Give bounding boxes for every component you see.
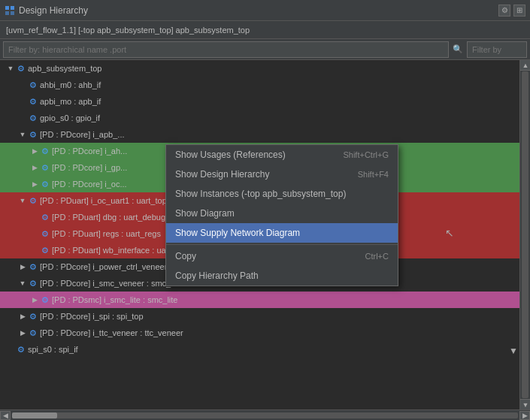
tree-item-label: apb_subsystem_top	[28, 64, 101, 73]
expand-arrow: ▶	[30, 147, 39, 156]
expand-arrow: ▶	[18, 328, 27, 337]
context-item-shortcut: Shift+Ctrl+G	[343, 150, 389, 159]
context-item-label: Show Instances (-top apb_subsystem_top)	[175, 189, 346, 199]
tree-item-label: ahbi_m0 : ahb_if	[40, 80, 101, 89]
module-icon: ⚙	[29, 130, 38, 139]
tree-item-label: [PD : PDcore] i_apb_...	[40, 130, 125, 139]
context-item-label: Show Diagram	[175, 208, 235, 219]
expand-arrow: ▶	[18, 312, 27, 321]
module-icon: ⚙	[41, 147, 50, 156]
expand-arrow: ▶	[30, 295, 39, 304]
tree-item-label: [PD : PDsmc] i_smc_lite : smc_lite	[52, 295, 177, 304]
tree-item-label: gpio_s0 : gpio_if	[40, 113, 100, 122]
svg-rect-2	[5, 11, 9, 15]
filter-bar: 🔍	[0, 39, 530, 60]
menu-separator	[166, 244, 398, 245]
title-bar: Design Hierarchy ⚙ ⊞	[0, 0, 530, 21]
filter-icon: 🔍	[452, 44, 464, 56]
module-icon: ⚙	[17, 64, 26, 73]
context-menu-item-show-design-hierarchy[interactable]: Show Design Hierarchy Shift+F4	[166, 165, 398, 184]
expand-arrow	[18, 113, 27, 122]
module-icon: ⚙	[29, 312, 38, 321]
tree-item-label: [PD : PDcore] i_ah...	[52, 147, 127, 156]
title-controls: ⚙ ⊞	[498, 5, 525, 17]
breadcrumb: [uvm_ref_flow_1.1] [-top apb_subsystem_t…	[0, 21, 530, 39]
tree-item-label: spi_s0 : spi_if	[28, 345, 78, 354]
expand-arrow	[6, 345, 15, 354]
scroll-thumb	[522, 71, 528, 398]
expand-arrow	[30, 229, 39, 238]
context-menu-item-copy-hierarchy-path[interactable]: Copy Hierarchy Path	[166, 266, 398, 286]
module-icon: ⚙	[29, 80, 38, 89]
context-item-shortcut: Ctrl+C	[365, 252, 389, 261]
module-icon: ⚙	[29, 113, 38, 122]
context-menu-item-copy[interactable]: Copy Ctrl+C	[166, 246, 398, 266]
expand-arrow	[30, 213, 39, 222]
context-menu-item-show-supply-network[interactable]: Show Supply Network Diagram	[166, 223, 398, 243]
tree-item[interactable]: ⚙ spi_s0 : spi_if	[0, 341, 530, 358]
tree-item-label: [PD : PDuart] i_oc_uart1 : uart_top	[40, 196, 167, 205]
tree-item[interactable]: ▼ ⚙ apb_subsystem_top	[0, 60, 530, 77]
module-icon: ⚙	[41, 229, 50, 238]
panel-icon	[5, 5, 15, 16]
title-text: Design Hierarchy	[19, 5, 498, 16]
tree-item[interactable]: ⚙ ahbi_m0 : ahb_if	[0, 77, 530, 93]
level-scroll-indicator1: ▼	[509, 346, 518, 356]
expand-arrow	[30, 246, 39, 255]
context-item-label: Copy	[175, 251, 196, 261]
tree-item-label: [PD : PDuart] regs : uart_regs	[52, 229, 161, 238]
tree-area: ▼ ⚙ apb_subsystem_top ⚙ ahbi_m0 : ahb_if…	[0, 60, 530, 409]
scroll-down-btn[interactable]: ▼	[520, 399, 530, 409]
module-icon: ⚙	[41, 180, 50, 189]
tree-item-label: [PD : PDuart] dbg : uart_debug_if	[52, 213, 174, 222]
context-menu-item-show-usages[interactable]: Show Usages (References) Shift+Ctrl+G	[166, 145, 398, 165]
expand-arrow: ▼	[18, 196, 27, 205]
module-icon: ⚙	[29, 279, 38, 288]
expand-arrow: ▶	[30, 163, 39, 172]
tree-item[interactable]: ▶ ⚙ [PD : PDcore] i_spi : spi_top	[0, 308, 530, 325]
tree-item[interactable]: ⚙ apbi_mo : apb_if	[0, 93, 530, 110]
context-item-shortcut: Shift+F4	[358, 170, 389, 179]
filter-input[interactable]	[3, 41, 449, 58]
svg-rect-3	[11, 11, 14, 15]
svg-rect-0	[5, 6, 9, 10]
context-item-label: Show Design Hierarchy	[175, 169, 269, 180]
settings-button[interactable]: ⚙	[498, 5, 510, 17]
module-icon: ⚙	[41, 213, 50, 222]
module-icon: ⚙	[29, 328, 38, 337]
tree-item[interactable]: ⚙ gpio_s0 : gpio_if	[0, 110, 530, 126]
expand-arrow: ▶	[30, 180, 39, 189]
module-icon: ⚙	[29, 97, 38, 106]
tree-item[interactable]: ▼ ⚙ [PD : PDcore] i_apb_...	[0, 126, 530, 143]
context-item-label: Copy Hierarchy Path	[175, 270, 259, 281]
tree-item[interactable]: ▶ ⚙ [PD : PDsmc] i_smc_lite : smc_lite	[0, 292, 530, 308]
breadcrumb-text: [uvm_ref_flow_1.1] [-top apb_subsystem_t…	[6, 26, 250, 35]
expand-arrow	[18, 80, 27, 89]
h-scroll-track	[12, 412, 518, 418]
layout-button[interactable]: ⊞	[513, 5, 525, 17]
scroll-left-btn[interactable]: ◀	[0, 411, 11, 420]
scroll-up-btn[interactable]: ▲	[520, 60, 530, 71]
context-item-label: Show Usages (References)	[175, 150, 286, 160]
module-icon: ⚙	[41, 295, 50, 304]
tree-item[interactable]: ▶ ⚙ [PD : PDcore] i_ttc_veneer : ttc_ven…	[0, 325, 530, 341]
module-icon: ⚙	[29, 262, 38, 271]
tree-item-label: [PD : PDcore] i_gp...	[52, 163, 127, 172]
tree-item-label: [PD : PDcore] i_ttc_veneer : ttc_veneer	[40, 328, 183, 337]
v-scrollbar[interactable]: ▲ ▼	[519, 60, 530, 409]
h-scrollbar[interactable]: ◀ ▶	[0, 409, 530, 420]
main-panel: Design Hierarchy ⚙ ⊞ [uvm_ref_flow_1.1] …	[0, 0, 530, 420]
filter-input2[interactable]	[467, 41, 527, 58]
module-icon: ⚙	[41, 163, 50, 172]
scroll-right-btn[interactable]: ▶	[519, 411, 530, 420]
expand-arrow	[18, 97, 27, 106]
context-menu-item-show-diagram[interactable]: Show Diagram	[166, 204, 398, 223]
context-menu-item-show-instances[interactable]: Show Instances (-top apb_subsystem_top)	[166, 184, 398, 204]
tree-item-label: [PD : PDcore] i_spi : spi_top	[40, 312, 144, 321]
expand-arrow: ▼	[18, 279, 27, 288]
module-icon: ⚙	[17, 345, 26, 354]
h-scroll-thumb	[12, 412, 57, 418]
tree-item-label: [PD : PDcore] i_oc...	[52, 180, 127, 189]
tree-item-label: apbi_mo : apb_if	[40, 97, 101, 106]
expand-arrow: ▼	[6, 64, 15, 73]
